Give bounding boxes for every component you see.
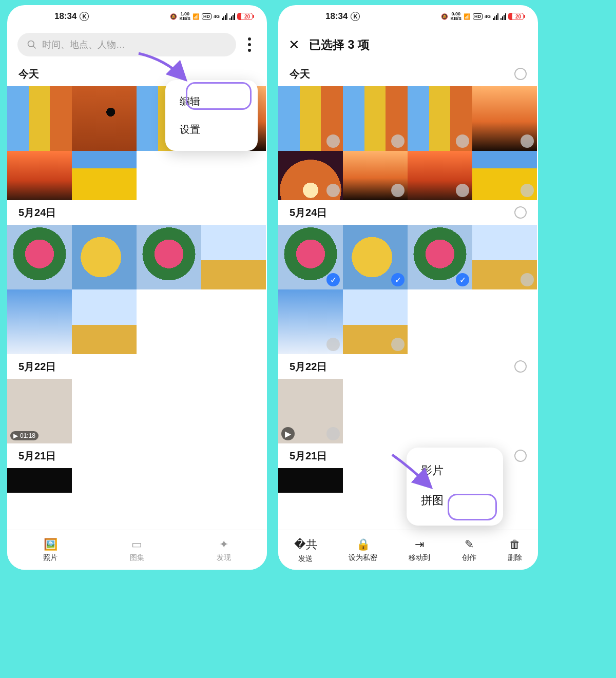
photo-thumb[interactable] xyxy=(278,468,343,493)
discover-icon: ✦ xyxy=(219,538,228,551)
signal-4g: 4G xyxy=(214,14,220,19)
photo-thumb[interactable] xyxy=(343,86,408,151)
close-icon[interactable]: ✕ xyxy=(288,37,300,53)
video-icon: ▶ xyxy=(281,427,295,440)
lock-icon: 🔒 xyxy=(356,538,370,551)
nav-photos[interactable]: 🖼️照片 xyxy=(43,538,57,563)
action-delete[interactable]: 🗑删除 xyxy=(508,538,522,563)
check-indicator[interactable] xyxy=(521,184,534,197)
action-bar: �共发送 🔒设为私密 ⇥移动到 ✎创作 🗑删除 xyxy=(278,530,538,570)
action-private[interactable]: 🔒设为私密 xyxy=(349,538,377,563)
section-today: 今天 xyxy=(18,67,39,81)
signal-bars-icon xyxy=(229,13,235,20)
k-icon: K xyxy=(351,12,360,21)
search-icon xyxy=(27,40,37,50)
photo-thumb[interactable] xyxy=(137,225,201,289)
photo-thumb[interactable] xyxy=(278,289,343,354)
svg-line-1 xyxy=(33,46,36,49)
select-all-522[interactable] xyxy=(514,360,527,373)
photo-thumb[interactable] xyxy=(343,151,408,200)
photo-thumb[interactable] xyxy=(7,86,72,151)
photo-thumb[interactable] xyxy=(7,468,72,493)
mute-icon: 🔕 xyxy=(441,13,448,20)
photo-thumb[interactable] xyxy=(7,151,72,200)
bottom-nav: 🖼️照片 ▭图集 ✦发现 xyxy=(7,530,267,570)
photos-icon: 🖼️ xyxy=(44,538,57,551)
more-menu-button[interactable] xyxy=(242,37,257,52)
signal-bars-icon xyxy=(222,13,227,20)
section-522: 5月22日 xyxy=(290,360,327,374)
photo-thumb[interactable] xyxy=(201,225,266,289)
status-time: 18:34 xyxy=(54,11,76,22)
photo-thumb[interactable] xyxy=(72,289,137,354)
signal-bars-icon xyxy=(500,13,506,20)
photo-thumb[interactable] xyxy=(72,225,137,289)
check-indicator[interactable]: ✓ xyxy=(391,273,405,286)
check-indicator[interactable] xyxy=(456,184,469,197)
section-524: 5月24日 xyxy=(18,206,56,220)
check-indicator[interactable] xyxy=(391,184,405,197)
action-create[interactable]: ✎创作 xyxy=(462,538,476,563)
check-indicator[interactable] xyxy=(391,134,405,148)
svg-point-0 xyxy=(28,41,34,47)
photo-thumb[interactable] xyxy=(408,151,472,200)
photo-thumb[interactable] xyxy=(472,86,537,151)
section-521: 5月21日 xyxy=(290,449,327,463)
menu-settings[interactable]: 设置 xyxy=(165,115,258,144)
highlight-ring xyxy=(448,494,497,520)
check-indicator[interactable] xyxy=(326,184,340,197)
check-indicator[interactable]: ✓ xyxy=(326,273,340,286)
search-input[interactable]: 时间、地点、人物… xyxy=(17,33,236,56)
check-indicator[interactable] xyxy=(326,427,340,440)
photo-thumb[interactable] xyxy=(7,289,72,354)
select-all-today[interactable] xyxy=(514,68,527,80)
photo-thumb[interactable] xyxy=(472,225,537,289)
battery-icon: 20 xyxy=(237,13,253,20)
photo-thumb[interactable] xyxy=(7,225,72,289)
photo-thumb[interactable] xyxy=(343,289,408,354)
photo-thumb[interactable] xyxy=(72,151,137,200)
phone-right: 18:34 K 🔕 0.00KB/S 📶 HD 4G 20 ✕ 已选择 3 项 … xyxy=(278,5,538,570)
trash-icon: 🗑 xyxy=(509,538,521,551)
check-indicator[interactable]: ✓ xyxy=(456,273,469,286)
video-thumb[interactable]: ▶ 01:18 xyxy=(7,379,72,443)
nav-discover[interactable]: ✦发现 xyxy=(217,538,231,563)
selection-header: ✕ 已选择 3 项 xyxy=(278,28,538,62)
action-send[interactable]: �共发送 xyxy=(294,537,317,564)
status-time: 18:34 xyxy=(325,11,348,22)
photo-thumb[interactable]: ✓ xyxy=(278,225,343,289)
status-bar: 18:34 K 🔕 1.00KB/S 📶 HD 4G 20 xyxy=(7,5,267,28)
select-all-521[interactable] xyxy=(514,450,527,462)
battery-icon: 20 xyxy=(508,13,524,20)
photo-thumb[interactable] xyxy=(278,151,343,200)
hd-badge: HD xyxy=(473,13,483,20)
check-indicator[interactable] xyxy=(521,273,534,286)
check-indicator[interactable] xyxy=(521,134,534,148)
create-movie[interactable]: 影片 xyxy=(407,456,503,486)
create-icon: ✎ xyxy=(465,538,474,551)
check-indicator[interactable] xyxy=(326,134,340,148)
wifi-icon: 📶 xyxy=(192,13,200,20)
selection-title: 已选择 3 项 xyxy=(309,37,370,53)
nav-albums[interactable]: ▭图集 xyxy=(130,538,144,563)
photo-thumb[interactable] xyxy=(408,86,472,151)
photo-thumb[interactable]: ✓ xyxy=(343,225,408,289)
video-thumb[interactable]: ▶ xyxy=(278,379,343,443)
phone-left: 18:34 K 🔕 1.00KB/S 📶 HD 4G 20 时间、地点、人物… xyxy=(7,5,267,570)
highlight-ring xyxy=(186,82,252,110)
photo-thumb[interactable]: ✓ xyxy=(408,225,472,289)
mute-icon: 🔕 xyxy=(170,13,177,20)
photo-thumb[interactable] xyxy=(72,86,137,151)
action-move[interactable]: ⇥移动到 xyxy=(409,538,430,563)
section-today: 今天 xyxy=(290,67,310,81)
section-522: 5月22日 xyxy=(18,360,56,374)
check-indicator[interactable] xyxy=(391,338,405,351)
photo-thumb[interactable] xyxy=(278,86,343,151)
select-all-524[interactable] xyxy=(514,206,527,219)
section-524: 5月24日 xyxy=(290,206,327,220)
check-indicator[interactable] xyxy=(326,338,340,351)
signal-bars-icon xyxy=(493,13,498,20)
check-indicator[interactable] xyxy=(456,134,469,148)
photo-thumb[interactable] xyxy=(472,151,537,200)
share-icon: �共 xyxy=(294,537,317,552)
